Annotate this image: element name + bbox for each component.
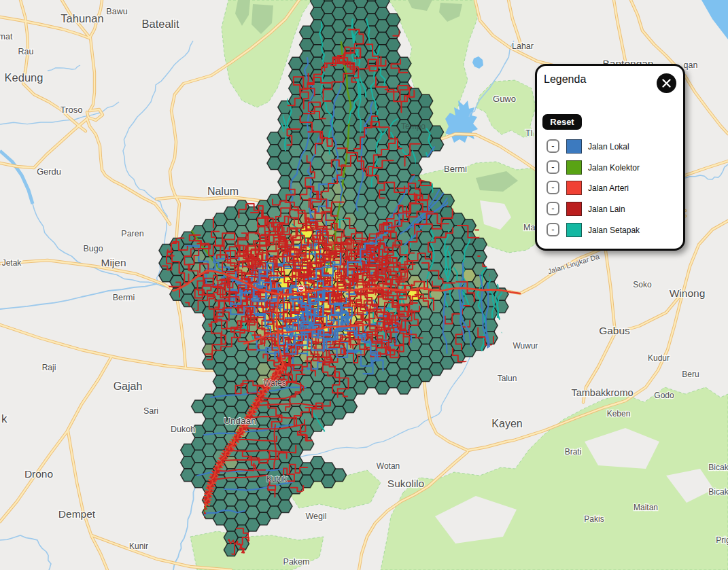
svg-text:Lahar: Lahar [512, 41, 534, 51]
svg-text:Batealit: Batealit [141, 18, 179, 30]
svg-text:Jo: Jo [389, 336, 397, 344]
svg-text:Soko: Soko [633, 280, 652, 289]
svg-text:Gabus: Gabus [599, 325, 630, 336]
svg-text:Dukoh: Dukoh [171, 425, 195, 434]
svg-text:Brati: Brati [565, 447, 582, 457]
svg-text:Rau: Rau [18, 47, 34, 56]
svg-text:qan: qan [684, 60, 698, 70]
svg-text:Pakem: Pakem [283, 557, 310, 567]
svg-text:Troso: Troso [60, 105, 83, 115]
svg-text:Beru: Beru [682, 370, 699, 379]
svg-text:Bicak: Bicak [708, 487, 728, 497]
svg-text:Bawu: Bawu [106, 7, 127, 16]
svg-text:Winong: Winong [670, 287, 706, 299]
svg-text:Bugo: Bugo [83, 244, 103, 253]
svg-text:Dempet: Dempet [58, 508, 96, 520]
svg-text:Bicak: Bicak [708, 463, 728, 472]
svg-text:Undaan: Undaan [224, 416, 256, 426]
svg-text:Bermi: Bermi [113, 293, 135, 302]
svg-text:Gajah: Gajah [114, 380, 143, 392]
svg-text:Tahunan: Tahunan [60, 12, 103, 24]
svg-text:Kutuk: Kutuk [266, 474, 288, 484]
svg-text:Prig: Prig [716, 535, 728, 545]
svg-text:mat: mat [0, 32, 13, 41]
svg-text:Tambakkromo: Tambakkromo [571, 387, 633, 398]
svg-text:Bermi: Bermi [444, 164, 467, 174]
svg-text:Kudur: Kudur [648, 353, 670, 363]
svg-text:Wuwur: Wuwur [513, 341, 538, 351]
svg-text:Nalum: Nalum [207, 185, 239, 197]
svg-text:Pakis: Pakis [584, 514, 604, 524]
svg-text:Talun: Talun [498, 374, 517, 383]
svg-text:Kayen: Kayen [491, 418, 522, 429]
svg-text:Kunir: Kunir [129, 541, 148, 551]
svg-text:Paren: Paren [121, 229, 143, 238]
svg-text:Maitan: Maitan [634, 503, 658, 512]
svg-text:Tl: Tl [525, 128, 532, 138]
svg-text:Kedung: Kedung [5, 71, 44, 84]
svg-text:Tempo: Tempo [401, 122, 426, 131]
svg-text:Ma: Ma [523, 223, 535, 232]
svg-text:Gerdu: Gerdu [37, 166, 61, 177]
svg-text:Wates: Wates [263, 378, 286, 388]
svg-text:Guwo: Guwo [493, 94, 516, 104]
svg-text:Wotan: Wotan [377, 461, 400, 471]
svg-text:Wegil: Wegil [305, 512, 326, 521]
svg-text:Drono: Drono [24, 468, 53, 480]
svg-text:Sukolilo: Sukolilo [387, 478, 424, 489]
svg-text:Raji: Raji [42, 363, 56, 372]
svg-text:Godo: Godo [654, 391, 674, 400]
svg-text:k: k [1, 412, 7, 425]
svg-text:Mijen: Mijen [101, 257, 126, 268]
svg-text:Keben: Keben [607, 409, 631, 418]
svg-text:Jetak: Jetak [2, 258, 22, 268]
svg-text:Sari: Sari [143, 406, 158, 416]
